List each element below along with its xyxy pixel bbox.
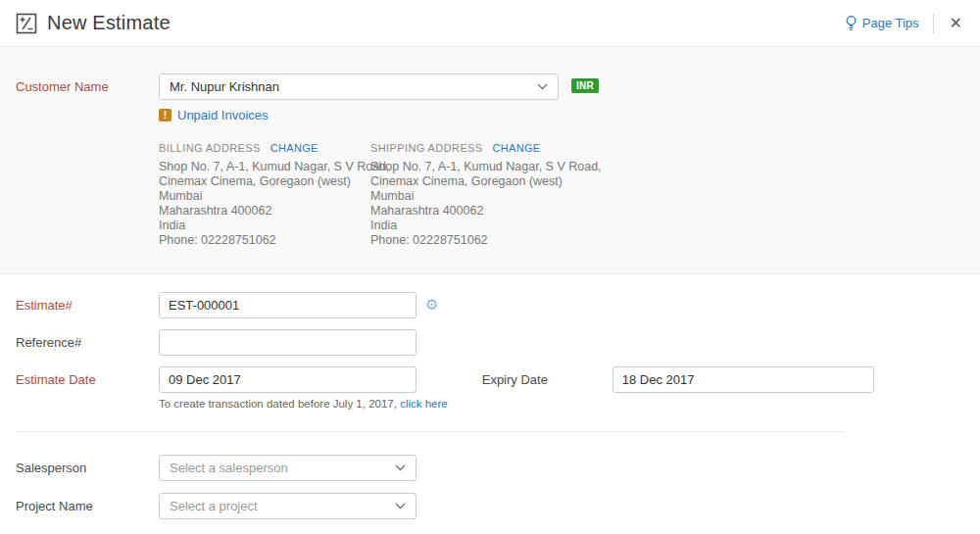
- estimate-date-label: Estimate Date: [16, 366, 159, 393]
- estimate-date-field: To create transaction dated before July …: [159, 366, 448, 411]
- chevron-down-icon: [395, 464, 406, 471]
- estimate-number-input[interactable]: [159, 292, 416, 318]
- salesperson-select-placeholder: Select a salesperson: [170, 461, 288, 475]
- shipping-address-heading: SHIPPING ADDRESS: [370, 142, 483, 154]
- project-name-row: Project Name Select a project: [16, 493, 964, 519]
- billing-change-link[interactable]: CHANGE: [270, 142, 318, 154]
- currency-badge: INR: [571, 78, 599, 93]
- address-line: Maharashtra 400062: [370, 204, 582, 218]
- billing-address-block: BILLING ADDRESS CHANGE Shop No. 7, A-1, …: [159, 142, 370, 248]
- address-line: Phone: 02228751062: [159, 233, 370, 248]
- reference-number-label: Reference#: [16, 329, 159, 356]
- gear-icon[interactable]: ⚙: [425, 292, 438, 318]
- expiry-date-label: Expiry Date: [482, 366, 612, 393]
- address-line: Mumbai: [159, 189, 370, 204]
- address-line: Maharashtra 400062: [159, 204, 370, 218]
- page-header: New Estimate Page Tips ✕: [0, 0, 980, 47]
- shipping-change-link[interactable]: CHANGE: [493, 142, 541, 154]
- section-divider: [16, 431, 845, 432]
- unpaid-invoices-row: ! Unpaid Invoices: [159, 108, 964, 122]
- expiry-date-input[interactable]: [612, 366, 874, 393]
- address-line: Shop No. 7, A-1, Kumud Nagar, S V Road,: [159, 160, 370, 174]
- estimate-details-section: Estimate# ⚙ Reference# Estimate Date To …: [0, 274, 980, 519]
- salesperson-label: Salesperson: [16, 455, 159, 481]
- dates-row: Estimate Date To create transaction date…: [16, 366, 964, 411]
- address-line: Mumbai: [370, 189, 582, 204]
- project-name-label: Project Name: [16, 493, 159, 519]
- expiry-date-group: Expiry Date: [482, 366, 874, 393]
- address-line: Phone: 02228751062: [370, 233, 582, 248]
- chevron-down-icon: [395, 503, 406, 510]
- billing-address-heading: BILLING ADDRESS: [159, 142, 261, 154]
- address-line: India: [370, 218, 582, 233]
- customer-name-row: Customer Name Mr. Nupur Krishnan INR: [16, 73, 964, 100]
- close-icon[interactable]: ✕: [948, 14, 964, 33]
- salesperson-select[interactable]: Select a salesperson: [159, 455, 416, 481]
- chevron-down-icon: [537, 83, 548, 90]
- customer-select-value: Mr. Nupur Krishnan: [170, 79, 279, 94]
- customer-name-label: Customer Name: [16, 73, 159, 100]
- shipping-address-text: Shop No. 7, A-1, Kumud Nagar, S V Road, …: [370, 160, 582, 248]
- project-select-placeholder: Select a project: [170, 499, 258, 513]
- estimate-icon: [16, 13, 37, 34]
- warning-icon: !: [159, 109, 172, 121]
- address-line: India: [159, 218, 370, 233]
- customer-select[interactable]: Mr. Nupur Krishnan: [159, 73, 559, 100]
- addresses: BILLING ADDRESS CHANGE Shop No. 7, A-1, …: [159, 142, 964, 248]
- shipping-address-block: SHIPPING ADDRESS CHANGE Shop No. 7, A-1,…: [370, 142, 582, 248]
- page-tips-label: Page Tips: [862, 16, 919, 30]
- estimate-number-label: Estimate#: [16, 292, 159, 318]
- billing-address-text: Shop No. 7, A-1, Kumud Nagar, S V Road, …: [159, 160, 370, 248]
- date-note: To create transaction dated before July …: [159, 397, 448, 411]
- estimate-date-input[interactable]: [159, 366, 416, 393]
- unpaid-invoices-link[interactable]: Unpaid Invoices: [177, 108, 269, 122]
- salesperson-row: Salesperson Select a salesperson: [16, 455, 964, 481]
- estimate-number-row: Estimate# ⚙: [16, 292, 964, 318]
- customer-section: Customer Name Mr. Nupur Krishnan INR ! U…: [0, 47, 980, 274]
- reference-number-input[interactable]: [159, 329, 416, 356]
- page-tips-button[interactable]: Page Tips: [845, 15, 919, 31]
- address-line: Cinemax Cinema, Goregaon (west): [370, 174, 582, 189]
- date-note-text: To create transaction dated before July …: [159, 398, 400, 410]
- reference-number-row: Reference#: [16, 329, 964, 356]
- address-line: Cinemax Cinema, Goregaon (west): [159, 174, 370, 189]
- project-select[interactable]: Select a project: [159, 493, 416, 519]
- page-title: New Estimate: [47, 12, 171, 34]
- header-divider: [933, 13, 934, 34]
- lightbulb-icon: [845, 15, 858, 31]
- address-line: Shop No. 7, A-1, Kumud Nagar, S V Road,: [370, 160, 582, 174]
- click-here-link[interactable]: click here: [400, 398, 448, 410]
